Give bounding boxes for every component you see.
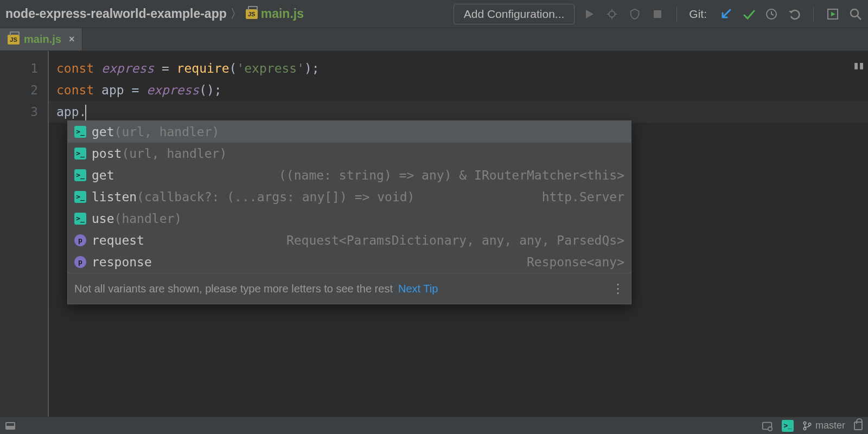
code-completion-popup[interactable]: >_ get(url, handler) >_ post(url, handle…	[67, 120, 631, 304]
branch-icon	[802, 421, 812, 431]
stop-icon[interactable]	[650, 7, 665, 21]
code-line-2[interactable]: const app = express();	[56, 79, 868, 101]
git-update-icon[interactable]	[719, 7, 733, 21]
method-icon: >_	[74, 213, 86, 225]
git-label: Git:	[689, 8, 707, 21]
tab-label: main.js	[24, 33, 61, 46]
editor-tabs: JS main.js ×	[0, 28, 868, 51]
editor[interactable]: 1 2 3 ▮▮ const express = require('expres…	[0, 51, 868, 417]
svg-point-8	[851, 9, 858, 17]
git-revert-icon[interactable]	[787, 7, 801, 21]
code-line-3[interactable]: app.	[56, 105, 86, 119]
completion-item[interactable]: p response Response<any>	[68, 251, 631, 273]
completion-footer-text: Not all variants are shown, please type …	[74, 278, 393, 299]
svg-point-13	[803, 427, 806, 430]
completion-item[interactable]: >_ listen(callback?: (...args: any[]) =>…	[68, 186, 631, 208]
method-icon: >_	[74, 169, 86, 181]
method-icon: >_	[74, 148, 86, 159]
code-area[interactable]: ▮▮ const express = require('express'); c…	[49, 51, 868, 417]
js-file-icon: JS	[246, 9, 258, 19]
completion-item[interactable]: >_ get(url, handler)	[68, 121, 631, 143]
separator	[676, 7, 677, 22]
property-icon: p	[74, 234, 86, 246]
completion-item[interactable]: >_ post(url, handler)	[68, 143, 631, 164]
git-history-icon[interactable]	[764, 7, 778, 21]
run-config-icon[interactable]	[826, 7, 840, 21]
svg-point-14	[808, 423, 811, 425]
breadcrumb-project[interactable]: node-express-realworld-example-app	[5, 7, 227, 21]
branch-name: master	[815, 420, 845, 431]
svg-point-0	[609, 11, 615, 17]
search-icon[interactable]	[848, 7, 863, 21]
close-icon[interactable]: ×	[69, 34, 75, 45]
line-number-gutter: 1 2 3	[0, 51, 49, 417]
git-branch-widget[interactable]: master	[802, 420, 845, 431]
text-caret	[85, 105, 86, 121]
breadcrumb[interactable]: node-express-realworld-example-app 〉 JS …	[5, 5, 304, 22]
completion-item[interactable]: >_ use(handler)	[68, 208, 631, 229]
svg-point-12	[803, 422, 806, 424]
tool-window-icon[interactable]	[5, 422, 15, 430]
inspection-icon[interactable]: ▮▮	[853, 54, 864, 76]
breadcrumb-file[interactable]: JS main.js	[246, 7, 304, 21]
lock-icon[interactable]	[854, 422, 863, 430]
toolbar: Git:	[582, 7, 863, 22]
line-number: 1	[0, 58, 38, 79]
navigation-bar: node-express-realworld-example-app 〉 JS …	[0, 0, 868, 28]
method-icon: >_	[74, 191, 86, 203]
breadcrumb-file-label: main.js	[261, 7, 304, 21]
next-tip-link[interactable]: Next Tip	[398, 278, 438, 299]
completion-item[interactable]: p request Request<ParamsDictionary, any,…	[68, 229, 631, 251]
event-log-icon[interactable]	[761, 420, 773, 432]
line-number: 3	[0, 101, 38, 123]
chevron-right-icon: 〉	[230, 5, 242, 22]
method-icon: >_	[74, 126, 86, 138]
js-file-icon: JS	[8, 35, 20, 44]
svg-rect-5	[654, 10, 661, 18]
status-bar: >_ master	[0, 417, 868, 434]
coverage-icon[interactable]	[628, 7, 642, 21]
completion-footer: Not all variants are shown, please type …	[68, 273, 631, 304]
run-icon[interactable]	[582, 7, 596, 21]
debug-icon[interactable]	[605, 7, 619, 21]
terminal-icon[interactable]: >_	[782, 420, 794, 432]
completion-item[interactable]: >_ get ((name: string) => any) & IRouter…	[68, 164, 631, 186]
code-line-1[interactable]: const express = require('express');	[56, 58, 868, 79]
svg-point-11	[768, 426, 772, 430]
more-icon[interactable]: ⋮	[611, 285, 624, 292]
separator	[813, 7, 814, 22]
add-configuration-button[interactable]: Add Configuration...	[454, 4, 575, 24]
line-number: 2	[0, 79, 38, 101]
svg-line-9	[857, 16, 861, 20]
git-commit-icon[interactable]	[742, 7, 756, 21]
property-icon: p	[74, 256, 86, 268]
tab-main-js[interactable]: JS main.js ×	[0, 28, 82, 50]
